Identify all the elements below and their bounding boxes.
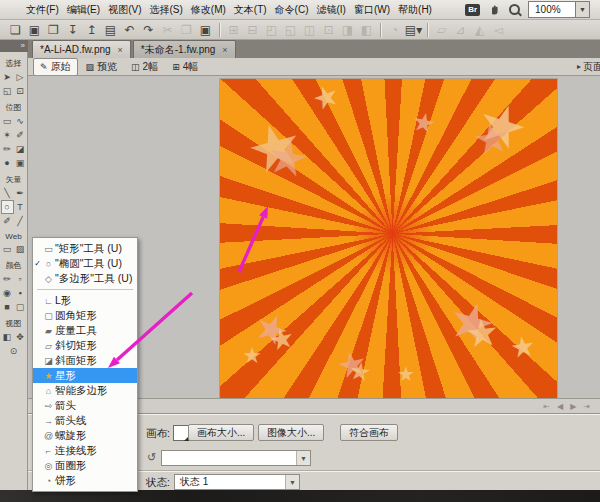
import-icon[interactable]: ↧ <box>63 21 82 39</box>
fill-color-well[interactable]: ◉ <box>1 286 14 300</box>
hand-tool[interactable]: ✥ <box>14 330 27 344</box>
l-shape-item[interactable]: ∟L形 <box>33 293 137 308</box>
stroke-swatch[interactable]: ▫ <box>14 272 27 286</box>
chamfer-rectangle-item[interactable]: ▱斜切矩形 <box>33 338 137 353</box>
undo-icon[interactable]: ↶ <box>120 21 139 39</box>
menu-item-window[interactable]: 窗口(W) <box>350 1 394 19</box>
stroke-color-well[interactable]: ✏ <box>1 272 14 286</box>
ellipse-tool[interactable]: ○ <box>1 200 14 214</box>
freeform-tool[interactable]: ✐ <box>1 214 14 228</box>
connector-line-item[interactable]: ⌐连接线形 <box>33 443 137 458</box>
animation-dropdown[interactable]: ▼ <box>161 450 311 466</box>
hotspot-tool[interactable]: ▭ <box>1 242 14 256</box>
bridge-icon[interactable]: Br <box>465 4 480 16</box>
menu-item-commands[interactable]: 命令(C) <box>271 1 313 19</box>
smart-polygon-item[interactable]: ⌂智能多边形 <box>33 383 137 398</box>
state-dropdown[interactable]: 状态 1 ▼ <box>174 474 300 490</box>
menu-item-filters[interactable]: 滤镜(I) <box>312 1 349 19</box>
tools-section-label: 矢量 <box>0 174 27 185</box>
screen-mode-tool[interactable]: ◧ <box>1 330 14 344</box>
polygon-tool-item[interactable]: ◇"多边形"工具 (U) <box>33 271 137 286</box>
measure-tool-item[interactable]: ▰度量工具 <box>33 323 137 338</box>
arrow-line-item[interactable]: →箭头线 <box>33 413 137 428</box>
marquee-tool[interactable]: ▭ <box>1 114 14 128</box>
rubber-stamp-tool[interactable]: ▣ <box>14 156 27 170</box>
view-mode-4幅[interactable]: ⊞4幅 <box>166 58 204 76</box>
save-icon[interactable]: ▣ <box>25 21 44 39</box>
document-tab-1[interactable]: *A-Li-AD.fw.png× <box>32 40 131 58</box>
menu-item-edit[interactable]: 编辑(E) <box>63 1 104 19</box>
rounded-rectangle-item[interactable]: ▢圆角矩形 <box>33 308 137 323</box>
zoom-level-value: 100% <box>529 4 575 15</box>
eraser-tool[interactable]: ◪ <box>14 142 27 156</box>
line-tool[interactable]: ╲ <box>1 186 14 200</box>
pointer-tool[interactable]: ➤ <box>1 70 14 84</box>
menu-item-modify[interactable]: 修改(M) <box>187 1 230 19</box>
export-icon[interactable]: ↥ <box>82 21 101 39</box>
pie-item[interactable]: ◔饼形 <box>33 473 137 488</box>
scale-tool[interactable]: ◱ <box>1 84 14 98</box>
pencil-tool[interactable]: ✏ <box>1 142 14 156</box>
menu-item-help[interactable]: 帮助(H) <box>394 1 436 19</box>
canvas-size-button[interactable]: 画布大小... <box>188 424 254 441</box>
menu-item-text[interactable]: 文本(T) <box>230 1 271 19</box>
print-icon[interactable]: ▤ <box>101 21 120 39</box>
menu-item-file[interactable]: 文件(F) <box>22 1 63 19</box>
zoom-dropdown-arrow[interactable]: ▼ <box>575 2 589 17</box>
tab-close-icon[interactable]: × <box>222 45 227 55</box>
menu-item-label: 度量工具 <box>55 324 97 338</box>
swap-colors[interactable]: ■ <box>1 300 14 314</box>
spiral-item[interactable]: @螺旋形 <box>33 428 137 443</box>
magic-wand-tool[interactable]: ✶ <box>1 128 14 142</box>
document-tab-2[interactable]: *未命名-1.fw.png× <box>133 40 236 58</box>
zoom-tool[interactable]: ⊙ <box>7 344 20 358</box>
ellipse-tool-item[interactable]: ✓○"椭圆"工具 (U) <box>33 256 137 271</box>
knife-tool[interactable]: ╱ <box>14 214 27 228</box>
paste-icon[interactable]: ▣ <box>196 21 215 39</box>
hand-icon[interactable] <box>488 3 501 16</box>
measure-tool-item-icon: ▰ <box>42 326 55 336</box>
rectangle-tool-item[interactable]: ▭"矩形"工具 (U) <box>33 241 137 256</box>
pages-panel-tab[interactable]: ▸ 页面 <box>577 60 600 74</box>
crop-tool[interactable]: ⊡ <box>14 84 27 98</box>
slice-tool[interactable]: ▨ <box>14 242 27 256</box>
view-mode-2幅[interactable]: ◫2幅 <box>125 58 164 76</box>
beveled-rectangle-item[interactable]: ◪斜面矩形 <box>33 353 137 368</box>
fill-swatch[interactable]: ▪ <box>14 286 27 300</box>
canvas-color-swatch[interactable] <box>173 425 189 441</box>
state-dropdown-arrow[interactable]: ▼ <box>285 475 299 489</box>
open-icon[interactable]: ❐ <box>44 21 63 39</box>
tools-section-label: 位图 <box>0 102 27 113</box>
default-colors[interactable]: ▢ <box>14 300 27 314</box>
brush-tool[interactable]: ✐ <box>14 128 27 142</box>
animation-dropdown-arrow[interactable]: ▼ <box>296 451 310 465</box>
first-state-button[interactable]: ⇤ <box>543 402 550 411</box>
last-state-button[interactable]: ⇥ <box>583 402 590 411</box>
magnifier-icon[interactable] <box>509 4 520 15</box>
menu-item-view[interactable]: 视图(V) <box>104 1 145 19</box>
page-options-icon[interactable]: ▤▾ <box>404 21 423 39</box>
next-state-button[interactable]: ▶ <box>570 402 576 411</box>
tab-close-icon[interactable]: × <box>118 45 123 55</box>
panel-collapse-chevrons[interactable]: » <box>0 40 28 52</box>
animation-loop-icon[interactable]: ↺ <box>147 451 156 464</box>
new-document-icon[interactable]: ❏ <box>6 21 25 39</box>
lasso-tool[interactable]: ∿ <box>14 114 27 128</box>
align-right-icon: ◨ <box>338 21 357 39</box>
arrow-item[interactable]: ⇨箭头 <box>33 398 137 413</box>
zoom-level-dropdown[interactable]: 100% ▼ <box>528 1 590 18</box>
blur-tool[interactable]: ● <box>1 156 14 170</box>
redo-icon[interactable]: ↷ <box>139 21 158 39</box>
star-item[interactable]: ★星形 <box>33 368 137 383</box>
donut-item[interactable]: ◎面圈形 <box>33 458 137 473</box>
image-size-button[interactable]: 图像大小... <box>258 424 324 441</box>
view-mode-预览[interactable]: ▨预览 <box>80 58 124 76</box>
fit-canvas-button[interactable]: 符合画布 <box>340 424 398 441</box>
menu-item-select[interactable]: 选择(S) <box>145 1 186 19</box>
text-tool[interactable]: T <box>14 200 27 214</box>
previous-state-button[interactable]: ◀ <box>557 402 563 411</box>
subselection-tool[interactable]: ▷ <box>14 70 27 84</box>
pen-tool[interactable]: ✒ <box>14 186 27 200</box>
view-mode-原始[interactable]: ✎原始 <box>33 58 78 76</box>
canvas[interactable]: ★★★★★★★★★★★★★★★ <box>220 79 557 398</box>
